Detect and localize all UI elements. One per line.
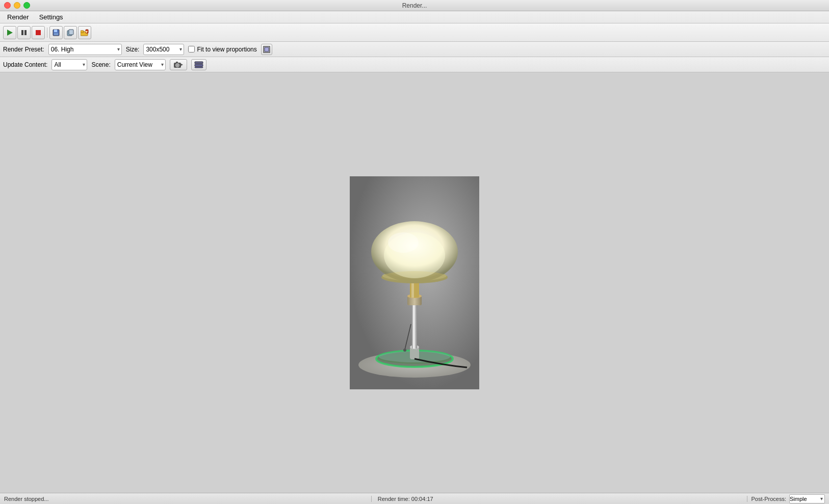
save-icon <box>53 29 60 36</box>
minimize-button[interactable] <box>14 2 20 9</box>
size-label: Size: <box>126 46 140 53</box>
toolbar-separator <box>47 28 47 38</box>
pause-button[interactable] <box>17 26 31 39</box>
fit-view-icon-button[interactable] <box>261 44 272 55</box>
fit-to-view-label: Fit to view proportions <box>188 46 256 53</box>
lamp-render-svg <box>350 176 479 389</box>
svg-rect-3 <box>36 30 41 35</box>
svg-rect-21 <box>195 64 203 66</box>
status-bar: Render stopped... Render time: 00:04:17 … <box>0 493 829 504</box>
render-preset-select[interactable]: 01. Preview 02. Draft 03. Interior Previ… <box>48 44 122 55</box>
options-bar-2: Update Content: All Modified None Scene:… <box>0 57 829 72</box>
stop-button[interactable] <box>32 26 45 39</box>
options-bar-1: Render Preset: 01. Preview 02. Draft 03.… <box>0 42 829 57</box>
window-title: Render... <box>402 2 427 9</box>
render-area <box>0 72 829 493</box>
menu-settings[interactable]: Settings <box>34 12 68 22</box>
svg-point-17 <box>176 64 178 66</box>
post-process-wrapper: None Simple Advanced <box>789 494 825 503</box>
update-content-label: Update Content: <box>3 61 47 68</box>
render-preset-wrapper: 01. Preview 02. Draft 03. Interior Previ… <box>48 44 122 55</box>
scene-select[interactable]: Current View All Views <box>115 59 166 70</box>
menu-render[interactable]: Render <box>2 12 34 22</box>
svg-point-45 <box>388 232 419 253</box>
svg-rect-10 <box>81 31 84 33</box>
scene-label: Scene: <box>91 61 110 68</box>
menu-bar: Render Settings <box>0 11 829 23</box>
svg-rect-8 <box>69 30 73 35</box>
save-button[interactable] <box>49 26 63 39</box>
render-icon <box>6 29 13 36</box>
fit-view-icon <box>263 46 270 53</box>
render-button[interactable] <box>3 26 16 39</box>
svg-rect-6 <box>54 33 58 35</box>
open-button[interactable] <box>78 26 91 39</box>
copy-icon <box>67 29 74 36</box>
render-canvas <box>350 176 479 389</box>
layers-icon-button[interactable] <box>191 59 206 70</box>
fit-to-view-checkbox[interactable] <box>188 46 195 52</box>
update-content-wrapper: All Modified None <box>51 59 87 70</box>
size-select[interactable]: 320x240 640x480 800x600 300x500 1024x768… <box>143 44 184 55</box>
svg-marker-19 <box>181 64 183 66</box>
status-right: Post-Process: None Simple Advanced <box>747 494 829 503</box>
copy-button[interactable] <box>64 26 77 39</box>
update-content-select[interactable]: All Modified None <box>51 59 87 70</box>
svg-rect-18 <box>176 62 178 63</box>
traffic-lights <box>4 2 30 9</box>
pause-icon <box>20 29 28 36</box>
layers-icon <box>194 61 203 68</box>
post-process-select[interactable]: None Simple Advanced <box>789 494 825 503</box>
fit-to-view-text: Fit to view proportions <box>197 46 256 53</box>
size-wrapper: 320x240 640x480 800x600 300x500 1024x768… <box>143 44 184 55</box>
svg-rect-2 <box>24 30 27 35</box>
svg-marker-0 <box>7 30 13 36</box>
post-process-label: Post-Process: <box>752 496 786 502</box>
toolbar <box>0 23 829 42</box>
svg-rect-22 <box>195 67 203 68</box>
stop-icon <box>35 29 42 36</box>
status-middle-text: Render time: 00:04:17 <box>372 496 747 502</box>
camera-icon-button[interactable] <box>170 59 187 70</box>
camera-icon <box>173 61 184 68</box>
title-bar: Render... <box>0 0 829 11</box>
render-preset-label: Render Preset: <box>3 46 44 53</box>
svg-rect-14 <box>265 47 269 51</box>
close-button[interactable] <box>4 2 11 9</box>
scene-wrapper: Current View All Views <box>115 59 166 70</box>
svg-rect-20 <box>195 62 203 64</box>
maximize-button[interactable] <box>23 2 30 9</box>
svg-rect-1 <box>21 30 23 35</box>
status-left-text: Render stopped... <box>0 496 372 502</box>
open-icon <box>81 29 89 36</box>
svg-point-34 <box>403 349 406 352</box>
svg-rect-5 <box>54 30 57 32</box>
